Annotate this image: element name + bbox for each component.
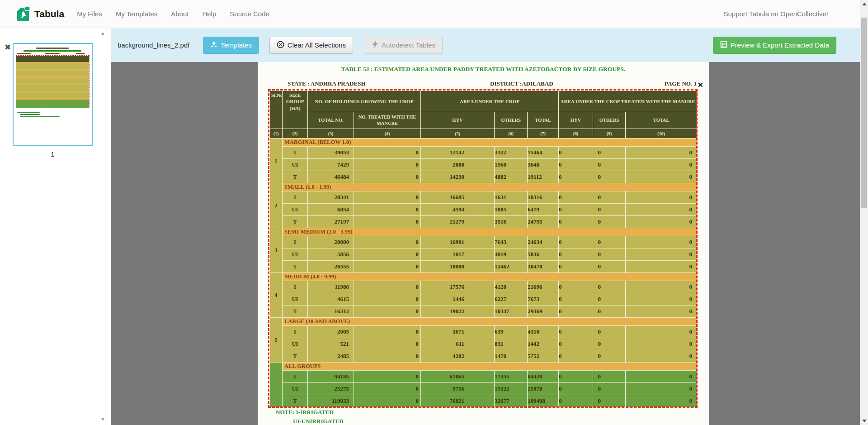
pdf-page: TABLE 5J : ESTIMATED AREA UNDER PADDY TR…: [258, 62, 709, 425]
circle-x-icon: [277, 41, 284, 50]
nav-item-about[interactable]: About: [171, 10, 189, 18]
templates-button[interactable]: Templates: [203, 37, 259, 54]
nav-item-my-templates[interactable]: My Templates: [116, 10, 157, 18]
support-link[interactable]: Support Tabula on OpenCollective!: [723, 10, 828, 18]
brand-title: Tabula: [34, 9, 64, 19]
thumb-all-groups-rows: [16, 100, 89, 108]
thumbnail-page-number: 1: [13, 151, 93, 158]
autodetect-button-label: Autodetect Tables: [382, 41, 435, 49]
state-label: STATE : ANDHRA PRADESH: [288, 80, 366, 87]
note-line-2: UI-UNIRRIGATED: [293, 418, 344, 425]
page-thumbnail[interactable]: [13, 43, 93, 146]
page-no-label: PAGE NO. 1: [665, 80, 697, 87]
thumbnail-table-preview: [16, 55, 90, 108]
sidebar-scroll-up-icon[interactable]: ▲: [100, 30, 105, 36]
thumb-table-header: [16, 56, 89, 62]
scrollbar-thumb[interactable]: [861, 18, 867, 208]
spreadsheet-icon: [720, 41, 727, 49]
table-title: TABLE 5J : ESTIMATED AREA UNDER PADDY TR…: [258, 66, 709, 73]
lightning-icon: [372, 41, 378, 49]
thumb-note-line: [20, 116, 60, 117]
preview-export-button[interactable]: Preview & Export Extracted Data: [713, 37, 836, 54]
thumb-note-line: [20, 114, 40, 115]
page-thumbnail-sidebar: ✖ 1 ▲ ▼: [0, 28, 111, 425]
nav-links: My Files My Templates About Help Source …: [77, 10, 269, 18]
document-viewport: TABLE 5J : ESTIMATED AREA UNDER PADDY TR…: [111, 62, 860, 425]
nav-item-help[interactable]: Help: [202, 10, 216, 18]
district-label: DISTRICT :ADILABAD: [490, 80, 553, 87]
scrollbar-up-icon[interactable]: [862, 3, 867, 5]
remove-file-icon[interactable]: ✖: [5, 43, 11, 51]
table-selection-box[interactable]: [268, 89, 698, 408]
autodetect-tables-button[interactable]: Autodetect Tables: [365, 37, 443, 54]
thumb-table-rows: [16, 62, 89, 98]
main-area: background_lines_2.pdf Templates Clear A…: [111, 28, 860, 425]
clear-all-selections-button[interactable]: Clear All Selections: [269, 37, 353, 54]
templates-button-label: Templates: [221, 41, 251, 49]
export-button-label: Preview & Export Extracted Data: [731, 41, 829, 49]
thumb-meta-line: [17, 53, 31, 54]
brand-link[interactable]: Tabula: [17, 5, 64, 23]
sidebar-scroll-down-icon[interactable]: ▼: [100, 416, 105, 422]
thumb-title-line: [36, 48, 69, 49]
thumb-note-line: [17, 112, 40, 113]
current-filename: background_lines_2.pdf: [118, 41, 189, 49]
toolbar: background_lines_2.pdf Templates Clear A…: [111, 28, 860, 62]
nav-item-source-code[interactable]: Source Code: [230, 10, 269, 18]
top-navbar: Tabula My Files My Templates About Help …: [0, 0, 860, 28]
vertical-scrollbar[interactable]: [860, 0, 868, 425]
scrollbar-down-icon[interactable]: [862, 420, 867, 422]
thumb-subtitle-line: [24, 50, 81, 52]
thumb-meta-line: [45, 53, 60, 54]
note-line-1: NOTE: I-IRRIGATED: [276, 409, 334, 416]
thumb-meta-line: [76, 53, 85, 54]
template-upload-icon: [210, 41, 217, 49]
clear-button-label: Clear All Selections: [288, 41, 346, 49]
selection-close-icon[interactable]: ✕: [698, 81, 703, 89]
nav-item-my-files[interactable]: My Files: [77, 10, 102, 18]
tabula-pdf-lock-icon: [17, 5, 31, 23]
